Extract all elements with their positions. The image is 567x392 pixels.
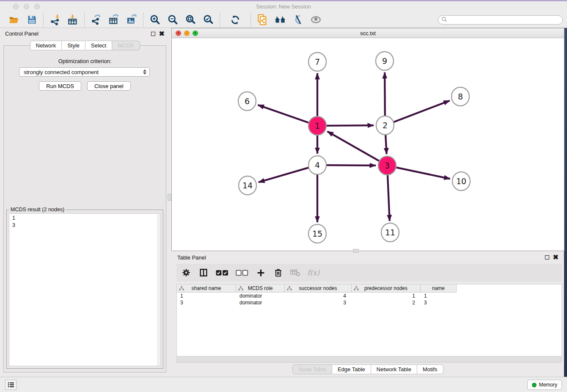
zoom-in-icon[interactable]: [149, 14, 161, 26]
network-graph[interactable]: 1234678910111415: [172, 38, 564, 251]
node-14[interactable]: 14: [239, 176, 256, 195]
close-panel-icon[interactable]: ✖: [159, 32, 165, 36]
search-box[interactable]: [438, 15, 563, 25]
node-table-header: shared nameMCDS rolesuccessor nodesprede…: [177, 284, 561, 293]
import-network-icon[interactable]: [49, 14, 61, 26]
show-all-icon[interactable]: [310, 14, 322, 26]
status-bar: Memory: [0, 377, 567, 392]
edge-4-3[interactable]: [327, 165, 376, 166]
edge-3-1[interactable]: [327, 131, 379, 161]
node-2[interactable]: 2: [376, 116, 394, 135]
zoom-selected-icon[interactable]: [202, 14, 214, 26]
zoom-fit-icon[interactable]: [184, 14, 196, 26]
window-zoom-button[interactable]: [34, 4, 40, 9]
import-table-icon[interactable]: [67, 14, 79, 26]
view-close-icon[interactable]: ×: [176, 30, 181, 36]
node-8[interactable]: 8: [451, 87, 469, 106]
run-mcds-button[interactable]: Run MCDS: [39, 81, 81, 91]
edge-1-6[interactable]: [258, 105, 308, 123]
mcds-result-group: MCDS result (2 nodes) 1 3: [6, 210, 163, 369]
zoom-out-icon[interactable]: [167, 14, 179, 26]
tab-network[interactable]: Network: [30, 41, 62, 50]
node-10[interactable]: 10: [452, 172, 470, 190]
network-view-titlebar[interactable]: × – + scc.txt: [172, 28, 564, 38]
memory-button[interactable]: Memory: [527, 380, 562, 390]
edge-3-10[interactable]: [396, 168, 450, 179]
close-table-panel-icon[interactable]: ✖: [553, 255, 559, 259]
cell-successor[interactable]: 3: [285, 299, 352, 306]
cell-successor[interactable]: 4: [285, 293, 352, 299]
tab-select[interactable]: Select: [85, 41, 112, 50]
edge-2-9[interactable]: [385, 72, 385, 116]
column-header-predecessor-nodes[interactable]: predecessor nodes: [352, 284, 421, 293]
open-file-icon[interactable]: [8, 14, 20, 26]
cell-shared_name[interactable]: 3: [177, 299, 236, 306]
float-table-panel-icon[interactable]: [545, 255, 549, 259]
cell-name[interactable]: 3: [421, 299, 457, 306]
edge-1-2[interactable]: [327, 125, 374, 126]
close-panel-button[interactable]: Close panel: [87, 81, 131, 91]
result-scrollbar[interactable]: [157, 214, 160, 366]
export-image-icon[interactable]: [126, 14, 138, 26]
tab-motifs[interactable]: Motifs: [417, 364, 443, 374]
network-from-selection-icon[interactable]: [256, 14, 268, 26]
tab-node-table[interactable]: Node Table: [292, 364, 332, 374]
delete-column-icon[interactable]: [272, 267, 284, 278]
svg-text:15: 15: [312, 229, 322, 238]
edge-2-8[interactable]: [394, 101, 450, 122]
select-all-icon[interactable]: [215, 267, 229, 278]
vertical-splitter-grip[interactable]: [168, 194, 171, 201]
network-canvas[interactable]: 1234678910111415: [172, 38, 564, 251]
first-neighbors-icon[interactable]: [274, 14, 286, 26]
node-3[interactable]: 3: [378, 156, 396, 175]
node-4[interactable]: 4: [308, 156, 326, 174]
node-11[interactable]: 11: [381, 223, 399, 242]
add-column-icon[interactable]: [255, 267, 266, 278]
node-1[interactable]: 1: [308, 116, 326, 135]
export-table-icon[interactable]: [108, 14, 120, 26]
column-header-shared-name[interactable]: shared name: [177, 284, 236, 293]
tab-mcds[interactable]: MCDS: [112, 41, 140, 50]
table-row[interactable]: 1dominator411: [177, 293, 561, 299]
tab-edge-table[interactable]: Edge Table: [332, 364, 371, 374]
node-9[interactable]: 9: [376, 52, 394, 70]
task-history-button[interactable]: [5, 380, 17, 390]
node-15[interactable]: 15: [308, 224, 326, 243]
tab-network-table[interactable]: Network Table: [371, 364, 417, 374]
optimization-criterion-select[interactable]: strongly connected component: [19, 67, 150, 77]
cell-name[interactable]: 1: [421, 293, 457, 299]
column-header-name[interactable]: name: [421, 284, 457, 293]
window-close-button[interactable]: [13, 4, 19, 9]
cell-mcds_role[interactable]: dominator: [236, 293, 285, 299]
node-7[interactable]: 7: [308, 52, 326, 71]
float-panel-icon[interactable]: [151, 32, 155, 36]
node-table: shared nameMCDS rolesuccessor nodesprede…: [176, 284, 562, 356]
search-input[interactable]: [449, 16, 562, 24]
cell-mcds_role[interactable]: dominator: [236, 299, 285, 306]
refresh-icon[interactable]: [229, 14, 241, 26]
window-minimize-button[interactable]: [24, 4, 29, 9]
hide-selected-icon[interactable]: [292, 14, 304, 26]
table-row[interactable]: 3dominator323: [177, 299, 561, 306]
settings-icon[interactable]: [181, 267, 192, 278]
cell-predecessor[interactable]: 2: [352, 299, 421, 306]
edge-2-3[interactable]: [385, 135, 386, 154]
node-6[interactable]: 6: [238, 92, 256, 110]
export-network-icon[interactable]: [90, 14, 102, 26]
column-header-mcds-role[interactable]: MCDS role: [236, 284, 285, 293]
show-column-icon[interactable]: [198, 267, 209, 278]
table-horizontal-scrollbar[interactable]: [176, 356, 562, 363]
edge-4-14[interactable]: [259, 168, 308, 182]
cell-shared_name[interactable]: 1: [177, 293, 236, 299]
cell-predecessor[interactable]: 1: [352, 293, 421, 299]
deselect-all-icon[interactable]: [235, 267, 249, 278]
mcds-result-text[interactable]: 1 3: [9, 213, 161, 366]
tab-style[interactable]: Style: [62, 41, 85, 50]
view-minimize-icon[interactable]: –: [184, 30, 190, 36]
edge-3-11[interactable]: [388, 175, 390, 221]
view-maximize-icon[interactable]: +: [193, 30, 198, 36]
function-builder-icon: f(x): [307, 268, 319, 277]
column-header-successor-nodes[interactable]: successor nodes: [285, 284, 352, 293]
svg-text:1: 1: [315, 121, 320, 130]
save-session-icon[interactable]: [26, 14, 38, 26]
